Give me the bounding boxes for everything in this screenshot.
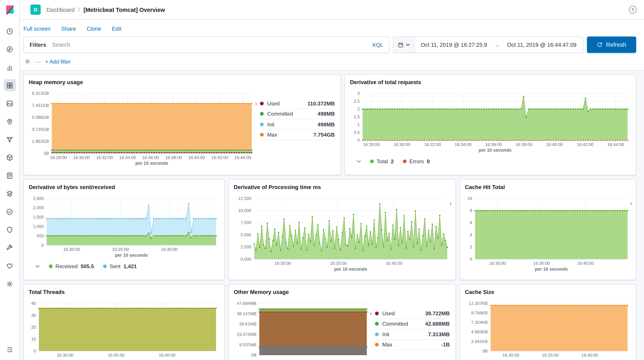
legend-item[interactable]: Committed42.688MB xyxy=(375,319,450,329)
other-memory-chart[interactable]: .tick{font:10.5px "Liberation Sans",sans… xyxy=(234,301,370,360)
sidebar-item-siem[interactable] xyxy=(4,223,16,236)
panel-heap-memory-usage: Heap memory usage .tick{font:10.5px "Lib… xyxy=(23,74,341,175)
kibana-logo[interactable] xyxy=(4,4,15,17)
panel-title[interactable]: Cache Size xyxy=(465,289,494,296)
panel-title[interactable]: Derivative of Processing time ms xyxy=(234,184,321,191)
panel-title[interactable]: Heap memory usage xyxy=(29,79,83,86)
collapse-legend-icon[interactable]: › xyxy=(370,310,372,360)
svg-text:16:32:00: 16:32:00 xyxy=(96,155,113,160)
legend-label: Errors xyxy=(409,158,424,165)
sidebar-item-discover[interactable] xyxy=(4,43,16,55)
heap-memory-chart[interactable]: .tick{font:10.5px "Liberation Sans",sans… xyxy=(29,91,255,167)
svg-text:0B: 0B xyxy=(44,151,49,156)
legend-item[interactable]: Init7.313MB xyxy=(375,329,450,340)
sidebar-item-dev-tools[interactable] xyxy=(4,241,16,254)
sidebar-item-visualize[interactable] xyxy=(4,61,16,73)
legend-item[interactable]: Used110.372MB xyxy=(260,98,335,109)
expand-legend-icon[interactable]: ‹ xyxy=(450,200,452,207)
sidebar-item-logs[interactable] xyxy=(4,169,16,181)
sidebar-item-dashboard[interactable] xyxy=(4,79,16,91)
clone-button[interactable]: Clone xyxy=(87,26,101,32)
dashboard-grid: Heap memory usage .tick{font:10.5px "Lib… xyxy=(20,70,644,360)
kql-toggle-button[interactable]: KQL xyxy=(367,37,389,52)
filters-button[interactable]: Filters xyxy=(24,37,52,52)
svg-text:0: 0 xyxy=(470,257,472,261)
filter-options-button[interactable] xyxy=(24,58,31,65)
compass-icon xyxy=(6,45,14,53)
heart-icon xyxy=(6,262,14,269)
total-requests-chart[interactable]: .tick{font:10.5px "Liberation Sans",sans… xyxy=(350,91,631,153)
sidebar-item-canvas[interactable] xyxy=(4,97,16,109)
legend-item[interactable]: Max7.754GB xyxy=(260,130,335,140)
svg-text:10: 10 xyxy=(31,337,36,341)
clock-icon xyxy=(6,27,14,35)
panel-title[interactable]: Cache Hit Total xyxy=(465,184,505,191)
sidebar-item-recently-viewed[interactable] xyxy=(4,25,16,37)
svg-text:16:30:00: 16:30:00 xyxy=(502,353,519,358)
collapse-legend-icon[interactable] xyxy=(356,160,361,163)
panel-row-2: Derivative of bytes sent/received .tick{… xyxy=(23,179,636,280)
svg-text:16:30:00: 16:30:00 xyxy=(489,261,506,266)
space-badge[interactable]: D xyxy=(30,4,41,15)
edit-button[interactable]: Edit xyxy=(112,26,122,32)
svg-text:2.441KB: 2.441KB xyxy=(471,339,488,344)
sidebar-item-infrastructure[interactable] xyxy=(4,151,16,164)
sidebar-item-management[interactable] xyxy=(4,278,16,290)
expand-legend-icon[interactable]: ‹ xyxy=(630,200,632,207)
date-range-arrow-icon: → xyxy=(494,41,500,48)
panel-title[interactable]: Derivative of total requests xyxy=(350,79,421,86)
refresh-label: Refresh xyxy=(606,41,626,48)
cache-hit-chart[interactable]: .tick{font:10.5px "Liberation Sans",sans… xyxy=(465,196,631,272)
legend-item[interactable]: Total2 xyxy=(370,158,394,165)
bytes-sent-received-chart[interactable]: .tick{font:10.5px "Liberation Sans",sans… xyxy=(29,196,219,258)
canvas-icon xyxy=(6,99,14,107)
date-quick-select-button[interactable] xyxy=(394,37,414,52)
legend-label: Used xyxy=(267,100,280,107)
end-date-button[interactable]: Oct 11, 2019 @ 16:44:47.09 xyxy=(506,40,577,49)
sidebar-item-maps[interactable] xyxy=(4,115,16,127)
svg-text:5.000: 5.000 xyxy=(240,232,251,237)
sidebar-item-uptime[interactable] xyxy=(4,205,16,218)
svg-text:16:34:00: 16:34:00 xyxy=(119,155,136,160)
panel-title[interactable]: Total Threads xyxy=(29,289,65,296)
panel-derivative-total-requests: Derivative of total requests .tick{font:… xyxy=(345,74,636,175)
sidebar-item-stack-monitoring[interactable] xyxy=(4,260,16,272)
search-input[interactable] xyxy=(52,37,367,52)
full-screen-button[interactable]: Full screen xyxy=(23,26,50,32)
svg-text:0: 0 xyxy=(34,349,36,353)
top-header: D Dashboard / [Metricbeat Tomcat] Overvi… xyxy=(20,0,644,20)
collapse-legend-icon[interactable]: › xyxy=(255,100,257,167)
cache-size-chart[interactable]: .tick{font:10.5px "Liberation Sans",sans… xyxy=(465,301,631,359)
breadcrumb-dashboard-link[interactable]: Dashboard xyxy=(46,6,74,13)
legend-item[interactable]: Errors0 xyxy=(403,158,430,165)
processing-time-chart[interactable]: .tick{font:10.5px "Liberation Sans",sans… xyxy=(234,196,450,272)
legend-item[interactable]: Init498MB xyxy=(260,119,335,130)
help-icon[interactable]: ? xyxy=(629,6,636,13)
legend-item[interactable]: Received505.5 xyxy=(49,263,94,269)
share-button[interactable]: Share xyxy=(61,26,76,32)
legend-label: Received xyxy=(56,263,78,269)
svg-text:9.537MB: 9.537MB xyxy=(239,343,256,347)
panel-title[interactable]: Derivative of bytes sent/received xyxy=(29,184,115,191)
legend-item[interactable]: Max-1B xyxy=(375,340,450,350)
sidebar-item-apm[interactable] xyxy=(4,187,16,200)
gear-icon xyxy=(6,280,14,288)
legend-value: 505.5 xyxy=(80,263,94,269)
total-threads-chart[interactable]: .tick{font:10.5px "Liberation Sans",sans… xyxy=(29,301,219,359)
sidebar-item-machine-learning[interactable] xyxy=(4,133,16,146)
svg-text:per 10 seconds: per 10 seconds xyxy=(479,148,512,153)
panel-title[interactable]: Other Memory usage xyxy=(234,289,289,296)
legend-item[interactable]: Used39.722MB xyxy=(375,308,450,319)
add-filter-link[interactable]: + Add filter xyxy=(45,58,70,65)
svg-text:3.725GB: 3.725GB xyxy=(32,127,49,132)
collapse-legend-icon[interactable] xyxy=(35,265,40,268)
legend-item[interactable]: Sent1,421 xyxy=(103,263,137,269)
dashboard-toolbar: Full screen Share Clone Edit xyxy=(20,20,644,36)
svg-text:per 10 seconds: per 10 seconds xyxy=(115,253,148,258)
series-color-dot xyxy=(370,160,374,163)
legend-item[interactable]: Committed498MB xyxy=(260,109,335,119)
breadcrumb: Dashboard / [Metricbeat Tomcat] Overview xyxy=(46,6,165,13)
collapse-navigation-button[interactable] xyxy=(6,346,13,355)
refresh-button[interactable]: Refresh xyxy=(587,36,636,53)
start-date-button[interactable]: Oct 11, 2019 @ 16:27:25.9 xyxy=(420,40,488,49)
